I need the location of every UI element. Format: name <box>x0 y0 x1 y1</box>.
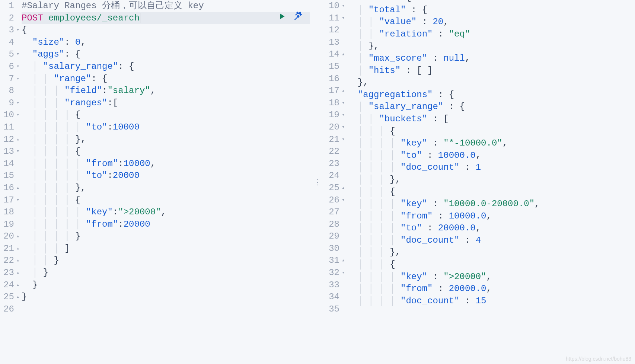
code-line[interactable]: │ │ "relation" : "eq" <box>347 28 635 41</box>
code-line[interactable]: │ │ │ │ "key" : ">20000", <box>347 271 635 283</box>
fold-indicator[interactable]: ▴ <box>340 48 345 61</box>
code-line[interactable]: │ │ │ │ "to" : 20000.0, <box>347 222 635 234</box>
fold-indicator[interactable]: ▴ <box>15 279 19 291</box>
code-line[interactable]: │ │ │ ] <box>22 243 310 255</box>
line-number-value: 20 <box>3 230 14 243</box>
code-line[interactable]: #Salary Ranges 分桶，可以自己定义 key <box>22 0 310 12</box>
fold-indicator[interactable]: ▾ <box>340 267 345 279</box>
fold-indicator[interactable]: ▾ <box>340 97 345 109</box>
code-line[interactable]: │ │ "value" : 20, <box>347 16 635 28</box>
fold-indicator[interactable]: ▴ <box>15 291 19 303</box>
code-line[interactable]: │ "max_score" : null, <box>347 52 635 65</box>
line-number: 33 <box>325 279 347 291</box>
pane-resize-handle[interactable]: ⋮ <box>310 0 325 364</box>
code-line[interactable]: │ │ │ │ }, <box>22 182 310 194</box>
code-line[interactable]: │ │ │ │ "doc_count" : 1 <box>347 162 635 174</box>
fold-indicator[interactable]: ▴ <box>340 255 345 267</box>
fold-indicator[interactable]: ▾ <box>15 61 19 73</box>
code-line[interactable]: │ }, <box>347 40 635 52</box>
fold-indicator[interactable]: ▾ <box>340 12 345 25</box>
code-line[interactable]: │ │ │ }, <box>347 246 635 259</box>
fold-indicator[interactable]: ▴ <box>15 243 19 255</box>
code-line[interactable]: │ "total" : { <box>347 4 635 16</box>
code-line[interactable]: │ │ } <box>22 255 310 267</box>
code-line[interactable]: │ } <box>22 267 310 279</box>
fold-indicator[interactable]: ▾ <box>340 121 345 134</box>
code-line[interactable]: │ │ │ │ │ "key":">20000", <box>22 206 310 218</box>
code-line[interactable]: │ │ │ │ "to" : 10000.0, <box>347 150 635 162</box>
code-line[interactable]: "size": 0, <box>22 36 310 49</box>
fold-indicator[interactable]: ▾ <box>15 146 19 158</box>
fold-indicator[interactable]: ▴ <box>15 182 19 194</box>
run-request-icon[interactable] <box>277 12 287 25</box>
code-line[interactable]: │ │ │ │ "key" : "10000.0-20000.0", <box>347 198 635 210</box>
line-number-value: 26 <box>3 303 14 316</box>
request-options-icon[interactable] <box>293 12 303 25</box>
fold-indicator[interactable]: ▾ <box>15 109 19 121</box>
code-line[interactable]: │ │ "range": { <box>22 73 310 85</box>
fold-indicator[interactable]: ▾ <box>15 48 19 61</box>
line-number-value: 11 <box>3 121 14 134</box>
fold-indicator[interactable]: ▴ <box>15 267 19 279</box>
fold-indicator[interactable]: ▴ <box>15 134 19 146</box>
fold-indicator[interactable]: ▾ <box>340 109 345 121</box>
line-number-value: 18 <box>3 206 14 218</box>
code-line[interactable]: │ │ │ "field":"salary", <box>22 85 310 97</box>
code-line[interactable]: │ │ │ │ }, <box>22 134 310 146</box>
code-line[interactable]: │ │ │ "ranges":[ <box>22 97 310 109</box>
code-line[interactable]: │ │ │ │ "doc_count" : 4 <box>347 234 635 247</box>
response-viewer-pane[interactable]: 10▾11▾121314▴151617▴18▾19▾20▾21▾22232425… <box>325 0 635 364</box>
code-line[interactable]: "aggs": { <box>22 48 310 61</box>
code-line[interactable]: │ │ │ │ │ "from":10000, <box>22 158 310 170</box>
line-number-value: 15 <box>3 170 14 182</box>
code-line[interactable]: │ │ │ │ │ "to":10000 <box>22 121 310 134</box>
fold-indicator[interactable]: ▾ <box>340 134 345 146</box>
code-line[interactable]: │ │ │ }, <box>347 174 635 186</box>
code-line[interactable]: │ │ │ │ { <box>22 146 310 158</box>
line-number-value: 14 <box>3 158 14 170</box>
fold-indicator[interactable]: ▴ <box>15 230 19 243</box>
code-line[interactable]: { <box>22 24 310 36</box>
request-code[interactable]: #Salary Ranges 分桶，可以自己定义 keyPOST employe… <box>22 0 310 364</box>
code-line[interactable]: │ │ │ │ "from" : 10000.0, <box>347 210 635 223</box>
code-line[interactable]: │ │ │ { <box>347 186 635 198</box>
code-line[interactable]: │ │ "buckets" : [ <box>347 113 635 125</box>
response-code: "hits" : { │ "total" : { │ │ "value" : 2… <box>347 0 635 364</box>
code-line[interactable] <box>22 303 310 316</box>
code-line[interactable]: │ "hits" : [ ] <box>347 65 635 77</box>
code-line[interactable]: │ "salary_range" : { <box>347 101 635 113</box>
code-line[interactable]: "aggregations" : { <box>347 89 635 101</box>
line-number: 28 <box>325 218 347 231</box>
code-line[interactable]: │ │ │ │ "key" : "*-10000.0", <box>347 137 635 150</box>
code-line[interactable]: POST employees/_search <box>22 12 310 25</box>
code-line[interactable]: │ │ │ │ { <box>22 109 310 121</box>
line-number-value: 35 <box>328 303 339 316</box>
code-line[interactable]: │ "salary_range": { <box>22 61 310 73</box>
line-number-value: 23 <box>328 158 339 170</box>
fold-indicator[interactable]: ▴ <box>340 85 345 97</box>
code-line[interactable]: │ │ │ │ } <box>22 230 310 243</box>
code-line[interactable]: } <box>22 291 310 303</box>
line-number: 34 <box>325 291 347 303</box>
line-number-value: 12 <box>328 24 339 36</box>
fold-indicator[interactable]: ▴ <box>15 255 19 267</box>
fold-indicator[interactable]: ▾ <box>15 73 19 85</box>
fold-indicator[interactable]: ▾ <box>15 97 19 109</box>
fold-indicator[interactable]: ▾ <box>340 194 345 207</box>
code-line[interactable]: "hits" : { <box>347 0 635 4</box>
code-line[interactable]: │ │ │ │ │ "from":20000 <box>22 218 310 231</box>
code-line[interactable]: │ │ │ │ │ "to":20000 <box>22 170 310 182</box>
request-editor-pane[interactable]: 123▾45▾6▾7▾89▾10▾1112▴13▾141516▴17▾18192… <box>0 0 310 364</box>
fold-indicator[interactable]: ▾ <box>340 0 345 12</box>
fold-indicator[interactable]: ▾ <box>15 194 19 207</box>
code-line[interactable]: }, <box>347 77 635 89</box>
code-line[interactable]: │ │ │ { <box>347 259 635 271</box>
line-number: 35 <box>325 303 347 316</box>
code-line[interactable]: │ │ │ { <box>347 125 635 138</box>
code-line[interactable]: │ │ │ │ { <box>22 194 310 207</box>
code-line[interactable]: │ │ │ │ "doc_count" : 15 <box>347 295 635 307</box>
code-line[interactable]: } <box>22 279 310 291</box>
fold-indicator[interactable]: ▾ <box>15 24 19 36</box>
fold-indicator[interactable]: ▴ <box>340 182 345 194</box>
code-line[interactable]: │ │ │ │ "from" : 20000.0, <box>347 283 635 295</box>
